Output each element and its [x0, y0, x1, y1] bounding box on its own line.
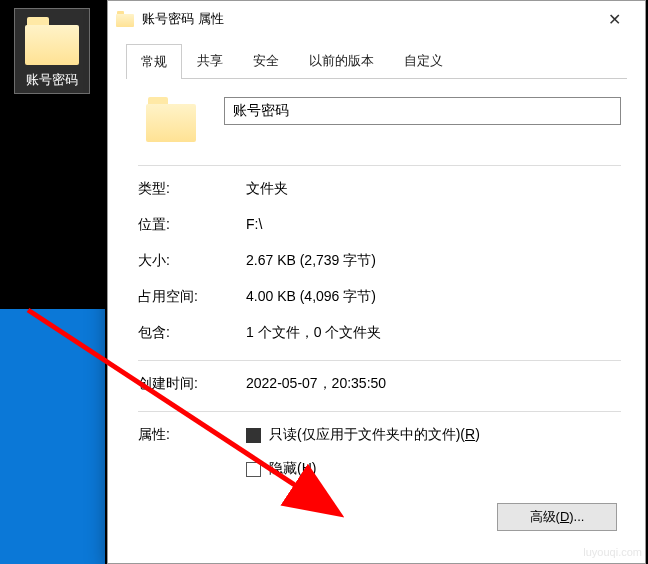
tab-sharing[interactable]: 共享: [182, 43, 238, 78]
location-label: 位置:: [138, 216, 246, 238]
folder-icon: [116, 11, 134, 27]
size-on-disk-label: 占用空间:: [138, 288, 246, 310]
contains-label: 包含:: [138, 324, 246, 346]
tab-strip: 常规 共享 安全 以前的版本 自定义: [126, 43, 627, 79]
desktop-item-label: 账号密码: [15, 71, 89, 89]
titlebar[interactable]: 账号密码 属性 ✕: [108, 1, 645, 37]
size-label: 大小:: [138, 252, 246, 274]
close-button[interactable]: ✕: [591, 4, 637, 34]
desktop-background: 账号密码: [0, 0, 105, 564]
size-on-disk-value: 4.00 KB (4,096 字节): [246, 288, 621, 310]
advanced-button[interactable]: 高级(D)...: [497, 503, 617, 531]
readonly-checkbox-icon[interactable]: [246, 428, 261, 443]
location-value: F:\: [246, 216, 621, 238]
folder-icon: [144, 97, 198, 143]
folder-icon: [23, 17, 81, 65]
hidden-row[interactable]: 隐藏(H): [246, 460, 621, 478]
contains-value: 1 个文件，0 个文件夹: [246, 324, 621, 346]
size-value: 2.67 KB (2,739 字节): [246, 252, 621, 274]
desktop-folder-item[interactable]: 账号密码: [14, 8, 90, 94]
readonly-row[interactable]: 只读(仅应用于文件夹中的文件)(R): [246, 426, 621, 444]
type-label: 类型:: [138, 180, 246, 202]
type-value: 文件夹: [246, 180, 621, 202]
attributes-label: 属性:: [138, 426, 246, 494]
folder-name-input[interactable]: [224, 97, 621, 125]
readonly-label: 只读(仅应用于文件夹中的文件)(R): [269, 426, 480, 444]
created-label: 创建时间:: [138, 375, 246, 397]
tab-previous-versions[interactable]: 以前的版本: [294, 43, 389, 78]
tab-general[interactable]: 常规: [126, 44, 182, 79]
hidden-checkbox[interactable]: [246, 462, 261, 477]
created-value: 2022-05-07，20:35:50: [246, 375, 621, 397]
properties-dialog: 账号密码 属性 ✕ 常规 共享 安全 以前的版本 自定义 类型:文件夹 位置:F…: [107, 0, 646, 564]
tab-customize[interactable]: 自定义: [389, 43, 458, 78]
hidden-label: 隐藏(H): [269, 460, 316, 478]
window-title: 账号密码 属性: [142, 10, 224, 28]
desktop-selection-region: [0, 309, 105, 564]
separator: [138, 411, 621, 412]
separator: [138, 165, 621, 166]
separator: [138, 360, 621, 361]
tab-security[interactable]: 安全: [238, 43, 294, 78]
tab-content-general: 类型:文件夹 位置:F:\ 大小:2.67 KB (2,739 字节) 占用空间…: [108, 79, 645, 512]
